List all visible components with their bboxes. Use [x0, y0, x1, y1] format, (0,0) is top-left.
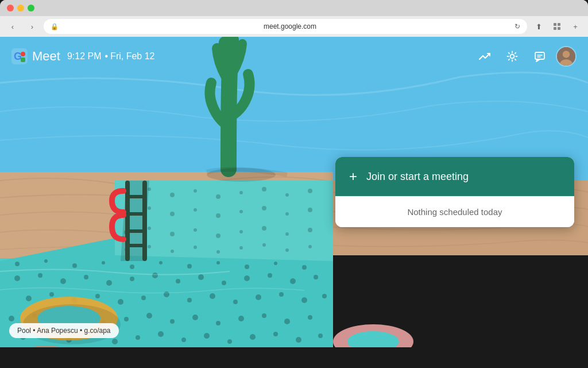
svg-point-33 — [256, 294, 261, 300]
svg-point-30 — [187, 298, 192, 302]
address-input[interactable] — [44, 19, 527, 34]
join-plus-icon: + — [349, 168, 357, 185]
meet-date-separator: • — [105, 51, 109, 62]
svg-point-55 — [112, 339, 118, 344]
svg-rect-114 — [125, 181, 130, 261]
feedback-icon-button[interactable] — [528, 45, 551, 68]
trending-icon — [478, 50, 491, 63]
svg-point-36 — [322, 294, 327, 298]
svg-point-62 — [273, 332, 278, 336]
close-traffic-light[interactable] — [7, 5, 14, 12]
svg-point-100 — [239, 230, 243, 233]
user-avatar[interactable] — [556, 46, 577, 67]
svg-point-13 — [106, 280, 112, 286]
svg-point-74 — [274, 262, 277, 265]
meeting-card: + Join or start a meeting Nothing schedu… — [335, 157, 574, 227]
svg-point-71 — [187, 264, 192, 269]
meet-header: G Meet 9:12 PM • Fri, Feb 12 — [0, 37, 588, 76]
svg-point-93 — [285, 212, 289, 216]
svg-rect-119 — [125, 244, 147, 247]
svg-point-34 — [279, 292, 284, 297]
feedback-icon — [533, 50, 546, 63]
bottom-info-bar: Pool • Ana Popescu • g.co/apa — [9, 323, 119, 338]
svg-point-73 — [245, 264, 249, 269]
svg-text:G: G — [14, 51, 22, 62]
svg-point-137 — [563, 51, 570, 57]
svg-point-111 — [285, 248, 289, 252]
svg-point-11 — [60, 278, 66, 284]
svg-point-82 — [239, 191, 243, 194]
svg-point-29 — [164, 292, 169, 297]
svg-point-57 — [158, 331, 164, 337]
forward-button[interactable]: › — [24, 18, 40, 34]
svg-point-132 — [510, 55, 514, 59]
fullscreen-traffic-light[interactable] — [28, 5, 34, 12]
join-meeting-button[interactable]: + Join or start a meeting — [335, 157, 574, 196]
svg-point-31 — [210, 293, 215, 299]
settings-icon-button[interactable] — [501, 45, 524, 68]
svg-point-88 — [170, 212, 175, 216]
svg-point-90 — [216, 213, 220, 218]
meet-time: 9:12 PM — [67, 51, 102, 62]
svg-point-44 — [170, 319, 175, 324]
svg-point-32 — [233, 300, 238, 304]
svg-point-75 — [302, 265, 307, 270]
traffic-lights — [7, 5, 34, 12]
extensions-icon[interactable] — [549, 18, 565, 34]
svg-point-23 — [26, 296, 32, 301]
svg-point-70 — [159, 261, 163, 264]
svg-point-56 — [136, 335, 140, 340]
svg-point-68 — [102, 261, 105, 264]
svg-point-63 — [296, 337, 301, 343]
svg-point-26 — [95, 294, 100, 298]
browser-content: G Meet 9:12 PM • Fri, Feb 12 — [0, 37, 588, 347]
nothing-scheduled-text: Nothing scheduled today — [335, 196, 574, 227]
svg-point-24 — [49, 292, 54, 297]
svg-rect-118 — [125, 229, 147, 233]
svg-point-94 — [308, 208, 312, 212]
browser-addressbar: ‹ › 🔒 ↻ ⬆ + — [0, 16, 588, 37]
minimize-traffic-light[interactable] — [17, 5, 24, 12]
svg-point-91 — [239, 210, 243, 213]
svg-point-61 — [250, 334, 256, 340]
back-button[interactable]: ‹ — [5, 18, 21, 34]
svg-point-20 — [268, 273, 272, 278]
svg-point-101 — [262, 226, 266, 231]
svg-point-102 — [285, 232, 289, 236]
svg-point-112 — [308, 245, 312, 248]
svg-point-35 — [301, 297, 307, 303]
svg-rect-131 — [21, 57, 25, 62]
svg-point-79 — [170, 193, 175, 197]
svg-point-43 — [146, 313, 152, 319]
svg-point-21 — [290, 278, 296, 284]
svg-point-84 — [285, 193, 289, 197]
svg-point-66 — [44, 259, 48, 263]
avatar-image — [557, 47, 575, 66]
svg-point-105 — [148, 245, 151, 248]
svg-rect-133 — [535, 52, 544, 59]
new-tab-icon[interactable]: + — [567, 18, 583, 34]
svg-point-80 — [194, 189, 197, 193]
svg-point-65 — [15, 262, 20, 266]
svg-rect-115 — [142, 181, 147, 261]
svg-point-15 — [152, 273, 158, 278]
svg-point-58 — [181, 338, 186, 342]
svg-point-108 — [216, 250, 220, 254]
svg-point-50 — [308, 315, 312, 320]
join-meeting-label: Join or start a meeting — [366, 171, 469, 183]
svg-point-81 — [216, 194, 220, 199]
svg-point-72 — [216, 261, 220, 264]
svg-point-47 — [238, 316, 244, 321]
svg-point-27 — [118, 299, 123, 305]
share-icon[interactable]: ⬆ — [531, 18, 547, 34]
svg-rect-116 — [125, 195, 147, 198]
gear-icon — [506, 50, 519, 63]
svg-rect-1 — [558, 23, 560, 26]
svg-point-106 — [171, 250, 174, 253]
svg-point-83 — [262, 187, 266, 191]
svg-point-45 — [192, 315, 198, 320]
meet-header-right — [473, 45, 577, 68]
svg-point-22 — [314, 275, 318, 279]
svg-point-64 — [318, 334, 323, 338]
activity-icon-button[interactable] — [473, 45, 496, 68]
